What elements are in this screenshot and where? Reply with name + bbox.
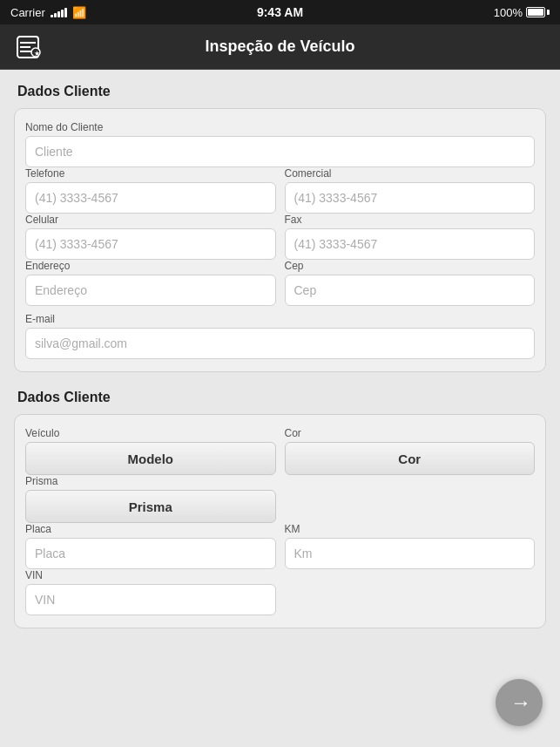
nav-title: Inspeção de Veículo	[205, 37, 354, 56]
km-col: KM	[285, 523, 536, 569]
status-right: 100%	[494, 6, 550, 19]
telefone-input[interactable]	[25, 182, 276, 214]
comercial-col: Comercial	[285, 167, 536, 214]
carrier-text: Carrier	[10, 6, 45, 19]
nome-input[interactable]	[25, 136, 535, 167]
veiculo-label-col: Veículo Modelo	[25, 427, 276, 475]
signal-icon	[51, 7, 67, 17]
cor-button[interactable]: Cor	[285, 442, 536, 475]
page-content: Dados Cliente Nome do Cliente Telefone C…	[0, 70, 560, 660]
prisma-button[interactable]: Prisma	[25, 490, 276, 523]
celular-col: Celular	[25, 214, 276, 260]
svg-text:★: ★	[34, 50, 40, 58]
km-input[interactable]	[285, 538, 536, 569]
nav-icon: ★	[14, 24, 42, 70]
vin-input[interactable]	[25, 584, 276, 615]
cor-label: Cor	[285, 427, 536, 439]
km-label: KM	[285, 523, 536, 535]
nav-bar: ★ Inspeção de Veículo	[0, 24, 560, 70]
fax-input[interactable]	[285, 228, 536, 260]
cor-label-col: Cor Cor	[285, 427, 536, 475]
section1-title: Dados Cliente	[17, 84, 546, 99]
arrow-icon: →	[510, 690, 531, 715]
endereco-label: Endereço	[25, 260, 276, 272]
email-label: E-mail	[25, 313, 535, 325]
veiculo-cor-labels-row: Veículo Modelo Cor Cor	[25, 427, 535, 475]
modelo-button[interactable]: Modelo	[25, 442, 276, 475]
placa-col: Placa	[25, 523, 276, 569]
vehicle-data-card: Veículo Modelo Cor Cor Prisma Prisma Pla…	[14, 414, 546, 628]
prisma-section: Prisma Prisma	[25, 475, 280, 523]
comercial-input[interactable]	[285, 182, 536, 214]
section2-title: Dados Cliente	[17, 390, 546, 405]
status-bar: Carrier 📶 9:43 AM 100%	[0, 0, 560, 24]
cep-label: Cep	[285, 260, 536, 272]
vin-label: VIN	[25, 569, 276, 581]
fax-label: Fax	[285, 214, 536, 226]
svg-rect-2	[20, 46, 30, 48]
placa-label: Placa	[25, 523, 276, 535]
battery-icon	[526, 7, 550, 17]
endereco-col: Endereço	[25, 260, 276, 306]
prisma-label: Prisma	[25, 475, 276, 487]
cep-input[interactable]	[285, 275, 536, 306]
battery-percent: 100%	[494, 6, 523, 19]
celular-input[interactable]	[25, 228, 276, 260]
telefone-label: Telefone	[25, 167, 276, 180]
celular-fax-row: Celular Fax	[25, 214, 535, 260]
cep-col: Cep	[285, 260, 536, 306]
svg-rect-1	[20, 42, 36, 44]
placa-km-row: Placa KM	[25, 523, 535, 569]
comercial-label: Comercial	[285, 167, 536, 180]
vin-section: VIN	[25, 569, 280, 615]
wifi-icon: 📶	[72, 6, 86, 19]
placa-input[interactable]	[25, 538, 276, 569]
next-button[interactable]: →	[496, 679, 543, 726]
nome-label: Nome do Cliente	[25, 121, 535, 133]
fax-col: Fax	[285, 214, 536, 260]
status-time: 9:43 AM	[257, 5, 303, 19]
endereco-cep-row: Endereço Cep	[25, 260, 535, 306]
telefone-comercial-row: Telefone Comercial	[25, 167, 535, 214]
telefone-col: Telefone	[25, 167, 276, 214]
celular-label: Celular	[25, 214, 276, 226]
endereco-input[interactable]	[25, 275, 276, 306]
status-left: Carrier 📶	[10, 6, 86, 19]
client-data-card: Nome do Cliente Telefone Comercial Celul…	[14, 108, 546, 372]
email-input[interactable]	[25, 328, 535, 359]
veiculo-label: Veículo	[25, 427, 276, 439]
